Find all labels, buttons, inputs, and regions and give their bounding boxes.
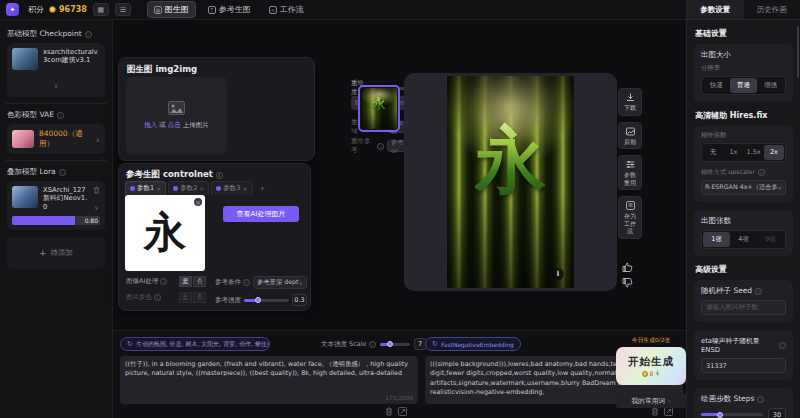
info-icon[interactable] xyxy=(160,278,167,285)
chevron-down-icon[interactable] xyxy=(54,82,58,89)
trash-icon[interactable] xyxy=(385,407,393,416)
info-icon[interactable] xyxy=(57,112,64,119)
info-icon[interactable] xyxy=(85,31,92,38)
image-upload-dropzone[interactable]: 拖入 或 点击 上传图片 xyxy=(126,77,227,154)
res-option-normal[interactable]: 普通 xyxy=(730,78,757,93)
chevron-down-icon[interactable] xyxy=(94,204,98,211)
settings-sidebar: 参数设置 历史作画 基础设置 出图大小 分辨率 快速 普通 增强 高清辅助 Hi… xyxy=(686,0,800,418)
expand-icon[interactable] xyxy=(398,407,407,416)
ensd-input[interactable]: 31337 xyxy=(701,358,786,373)
lora-weight-fill xyxy=(12,216,75,225)
controlnet-tab-2[interactable]: 参数2 xyxy=(168,181,209,195)
reuse-params-button[interactable]: 参数重用 xyxy=(618,155,642,190)
thumbs-up-icon[interactable] xyxy=(622,262,633,272)
generate-cost: 8 xyxy=(642,370,661,377)
postprocess-button[interactable]: 后期 xyxy=(618,122,642,150)
info-icon[interactable] xyxy=(779,342,786,349)
steps-slider[interactable]: 50 100 xyxy=(701,413,763,416)
count-9[interactable]: 9张 xyxy=(757,232,784,247)
controlnet-tab-1[interactable]: 参数1 xyxy=(125,181,166,195)
info-icon[interactable] xyxy=(154,294,161,301)
hires-1x[interactable]: 1x xyxy=(723,145,743,160)
close-icon[interactable] xyxy=(242,185,247,192)
thumbnail-glyph: 永 xyxy=(373,95,386,113)
add-lora-button[interactable]: + 待添加 xyxy=(7,237,105,269)
ai-process-yes[interactable]: 是 xyxy=(179,276,192,287)
trash-icon[interactable] xyxy=(651,407,659,416)
info-icon[interactable] xyxy=(216,172,223,179)
upload-click-label[interactable]: 点击 xyxy=(168,121,181,129)
close-icon[interactable] xyxy=(199,185,204,192)
expand-icon[interactable] xyxy=(664,407,673,416)
refresh-icon[interactable] xyxy=(432,340,438,348)
invert-yes[interactable]: 是 xyxy=(179,292,192,303)
strength-slider[interactable] xyxy=(244,299,289,302)
close-icon[interactable] xyxy=(156,185,161,192)
steps-label: 绘画步数 Steps xyxy=(701,394,754,404)
generated-image[interactable]: 永 i xyxy=(447,76,574,288)
controlnet-reference-image[interactable]: 永 ◎ xyxy=(125,195,205,271)
seed-card: 随机种子 Seed 请输入图片种子数 xyxy=(694,280,793,322)
res-option-fast[interactable]: 快速 xyxy=(703,78,730,93)
chevron-down-icon[interactable] xyxy=(96,136,100,143)
lora-card[interactable]: XSArchi_127新科幻Neov1.0 0.80 xyxy=(7,181,105,230)
positive-prompt-input[interactable]: ((竹子)), in a blooming garden, (fresh and… xyxy=(120,356,418,404)
save-workflow-button[interactable]: 存为工作流 xyxy=(618,196,642,239)
thumbs-down-icon[interactable] xyxy=(622,278,633,288)
refresh-icon[interactable] xyxy=(127,340,133,348)
count-1[interactable]: 1张 xyxy=(703,232,730,247)
upscaler-select[interactable]: R-ESRGAN 4x+（适合多种风 xyxy=(701,180,786,195)
trash-icon[interactable] xyxy=(93,186,100,194)
tab-img2img[interactable]: ▦ 图生图 xyxy=(147,1,196,18)
controlnet-tabs: 参数1 参数2 参数3 + xyxy=(125,181,270,195)
ai-process-no[interactable]: 否 xyxy=(193,276,206,287)
seed-input[interactable]: 请输入图片种子数 xyxy=(701,300,786,315)
my-phrases-button[interactable]: 我的常用词 › xyxy=(616,393,686,408)
vae-card[interactable]: 840000（通用） xyxy=(7,124,105,154)
download-button[interactable]: 下载 xyxy=(618,88,642,116)
view-ai-processed-button[interactable]: 查看AI处理图片 xyxy=(223,206,299,222)
info-icon[interactable] xyxy=(757,396,764,403)
info-icon[interactable] xyxy=(755,288,762,295)
info-icon[interactable] xyxy=(377,143,384,150)
hires-15x[interactable]: 1.5x xyxy=(744,145,764,160)
controlnet-tab-3[interactable]: 参数3 xyxy=(211,181,252,195)
condition-select[interactable]: 参考景深 dept xyxy=(253,276,307,289)
info-icon[interactable] xyxy=(59,169,66,176)
strength-value[interactable]: 0.3 xyxy=(292,294,307,306)
basic-settings-header: 基础设置 xyxy=(695,28,792,39)
app-logo-icon[interactable]: ✦ xyxy=(6,3,19,16)
info-icon[interactable] xyxy=(369,341,376,348)
lora-weight-slider[interactable]: 0.80 xyxy=(12,216,100,225)
prompt-suggestion-pill[interactable]: 生动的氛围, 轻盈, 树木, 太阳光, 背景, 动作, 最佳质量 xyxy=(120,337,270,351)
count-4[interactable]: 4张 xyxy=(730,232,757,247)
steps-value[interactable]: 30 xyxy=(768,408,786,418)
tab-parameter-settings[interactable]: 参数设置 xyxy=(687,0,744,19)
grid-view-icon[interactable]: ▦ xyxy=(93,3,109,16)
menu-icon[interactable]: ☰ xyxy=(115,3,131,16)
result-thumbnail[interactable]: 永 xyxy=(358,85,400,132)
upload-action-label: 上传图片 xyxy=(183,121,209,129)
image-info-icon[interactable]: i xyxy=(552,268,564,280)
checkpoint-card[interactable]: xsarchitecturalv3com建筑v3.1 xyxy=(7,43,105,97)
mode-tabs: ▦ 图生图 T 参考生图 ≈ 工作流 xyxy=(147,1,310,18)
cfg-scale-slider[interactable] xyxy=(380,343,410,346)
unit-dot-icon xyxy=(130,186,135,191)
tab-reference[interactable]: T 参考生图 xyxy=(202,1,257,18)
lora-weight-value: 0.80 xyxy=(85,217,98,224)
add-controlnet-tab-button[interactable]: + xyxy=(255,183,271,195)
info-icon[interactable] xyxy=(758,169,765,176)
info-icon[interactable] xyxy=(243,279,250,286)
hires-none[interactable]: 无 xyxy=(703,145,723,160)
res-option-enhanced[interactable]: 增强 xyxy=(757,78,784,93)
info-letter: i xyxy=(557,270,559,278)
generate-button[interactable]: 开始生成 8 xyxy=(616,347,686,385)
scrollbar[interactable] xyxy=(797,26,799,78)
tab-workflow[interactable]: ≈ 工作流 xyxy=(263,1,310,18)
preview-toggle-icon[interactable]: ◎ xyxy=(194,198,202,206)
controlnet-tab-3-label: 参数3 xyxy=(223,184,240,193)
invert-no[interactable]: 否 xyxy=(193,292,206,303)
hires-2x[interactable]: 2x xyxy=(764,145,784,160)
tab-history[interactable]: 历史作画 xyxy=(744,0,800,19)
negative-embedding-pill[interactable]: FastNegativeEmbedding xyxy=(425,337,521,351)
